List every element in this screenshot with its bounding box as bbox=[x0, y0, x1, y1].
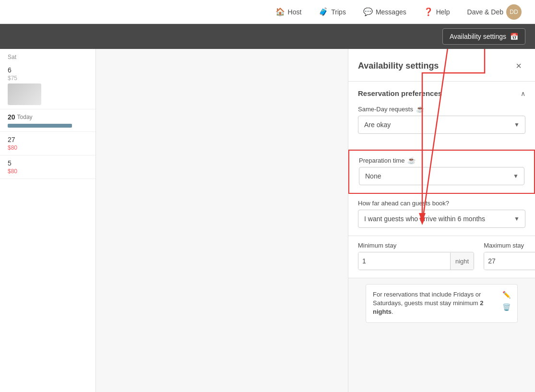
min-stay-unit: night bbox=[450, 253, 474, 270]
nav-items: 🏠 Host 🧳 Trips 💬 Messages ❓ Help Dave & … bbox=[272, 2, 525, 22]
top-navigation: 🏠 Host 🧳 Trips 💬 Messages ❓ Help Dave & … bbox=[0, 0, 535, 24]
day-number: 5 bbox=[8, 159, 88, 167]
availability-settings-button[interactable]: Availability settings 📅 bbox=[442, 28, 525, 45]
edit-icon[interactable]: ✏️ bbox=[502, 290, 511, 300]
prep-time-select-wrapper: None 1 night 2 nights ▼ bbox=[359, 167, 524, 185]
special-rule-actions: ✏️ 🗑️ bbox=[502, 290, 511, 312]
info-icon: ☕ bbox=[416, 105, 424, 113]
special-rule-card: For reservations that include Fridays or… bbox=[366, 284, 518, 323]
calendar-header: Sat bbox=[0, 49, 95, 62]
min-stay-field: Minimum stay night bbox=[358, 242, 474, 270]
help-icon: ❓ bbox=[424, 7, 433, 16]
day-price: $80 bbox=[8, 144, 88, 151]
availability-settings-label: Availability settings bbox=[450, 33, 506, 40]
nav-host[interactable]: 🏠 Host bbox=[272, 5, 306, 18]
panel-title: Availability settings bbox=[358, 61, 439, 71]
max-stay-input-group: nights bbox=[484, 252, 535, 270]
day-number: 6 bbox=[8, 66, 88, 74]
nav-messages-label: Messages bbox=[376, 8, 406, 16]
max-stay-label: Maximum stay bbox=[484, 242, 535, 249]
same-day-select-wrapper: Are okay Not okay ▼ bbox=[358, 116, 525, 134]
stay-fields-section: Minimum stay night Maximum stay nights bbox=[348, 236, 535, 278]
special-rule-text: For reservations that include Fridays or… bbox=[373, 290, 498, 317]
delete-icon[interactable]: 🗑️ bbox=[502, 303, 511, 312]
avatar-initials: DD bbox=[510, 9, 518, 15]
calendar-icon: 📅 bbox=[510, 33, 518, 40]
section-title: Reservation preferences bbox=[358, 89, 442, 97]
max-stay-input[interactable] bbox=[484, 252, 535, 270]
min-stay-input-group: night bbox=[358, 252, 474, 270]
calendar-day-27: 27 $80 bbox=[0, 132, 95, 155]
nav-user[interactable]: Dave & Deb DD bbox=[464, 2, 525, 22]
trips-icon: 🧳 bbox=[319, 7, 328, 16]
nav-user-label: Dave & Deb bbox=[467, 8, 503, 16]
book-ahead-select-wrapper: I want guests who arrive within 3 months… bbox=[358, 210, 525, 228]
book-ahead-section: How far ahead can guests book? I want gu… bbox=[348, 194, 535, 236]
min-stay-label: Minimum stay bbox=[358, 242, 474, 249]
book-ahead-select[interactable]: I want guests who arrive within 3 months… bbox=[358, 210, 525, 228]
today-label: Today bbox=[17, 114, 33, 120]
booking-bar bbox=[8, 124, 72, 128]
calendar-day-6: 6 $75 bbox=[0, 62, 95, 109]
home-icon: 🏠 bbox=[275, 7, 285, 16]
reservation-preferences-section: Reservation preferences ∧ Same-Day reque… bbox=[348, 82, 535, 150]
special-rule-text-before: For reservations that include Fridays or… bbox=[373, 291, 481, 307]
availability-panel: Availability settings × Reservation pref… bbox=[348, 49, 535, 392]
panel-header: Availability settings × bbox=[348, 49, 535, 82]
same-day-select[interactable]: Are okay Not okay bbox=[358, 116, 525, 134]
day-price: $75 bbox=[8, 75, 88, 82]
same-day-label: Same-Day requests ☕ bbox=[358, 105, 525, 113]
same-day-group: Same-Day requests ☕ Are okay Not okay ▼ bbox=[358, 105, 525, 134]
calendar-day-5: 5 $80 bbox=[0, 155, 95, 179]
book-ahead-label: How far ahead can guests book? bbox=[358, 200, 525, 207]
section-header[interactable]: Reservation preferences ∧ bbox=[348, 82, 535, 105]
day-price: $80 bbox=[8, 168, 88, 175]
max-stay-field: Maximum stay nights bbox=[484, 242, 535, 270]
prep-time-select[interactable]: None 1 night 2 nights bbox=[359, 167, 524, 185]
avatar: DD bbox=[506, 4, 522, 20]
nav-help-label: Help bbox=[436, 8, 450, 16]
calendar-column: Sat 6 $75 20 Today 27 $80 5 $80 bbox=[0, 49, 96, 392]
day-image bbox=[8, 83, 41, 105]
nav-help[interactable]: ❓ Help bbox=[420, 5, 454, 18]
nav-trips-label: Trips bbox=[331, 8, 346, 16]
nav-trips[interactable]: 🧳 Trips bbox=[315, 5, 350, 18]
close-button[interactable]: × bbox=[512, 59, 525, 73]
chevron-up-icon: ∧ bbox=[521, 90, 525, 97]
special-rule-text-after: . bbox=[392, 308, 393, 315]
calendar-day-20: 20 Today bbox=[0, 109, 95, 132]
messages-icon: 💬 bbox=[363, 7, 373, 16]
nav-messages[interactable]: 💬 Messages bbox=[359, 5, 410, 18]
prep-time-label: Preparation time ☕ bbox=[359, 156, 524, 164]
day-number: 27 bbox=[8, 136, 88, 143]
day-number: 20 bbox=[8, 113, 15, 121]
main-area: Sat 6 $75 20 Today 27 $80 5 $80 bbox=[0, 49, 535, 392]
prep-time-body: Preparation time ☕ None 1 night 2 nights… bbox=[349, 151, 534, 193]
special-rules-section: For reservations that include Fridays or… bbox=[348, 284, 535, 336]
sub-header: Availability settings 📅 bbox=[0, 24, 535, 49]
same-day-field-group: Same-Day requests ☕ Are okay Not okay ▼ bbox=[348, 105, 535, 149]
nav-host-label: Host bbox=[288, 8, 302, 16]
min-stay-input[interactable] bbox=[358, 252, 450, 270]
prep-time-section: Preparation time ☕ None 1 night 2 nights… bbox=[348, 150, 535, 194]
coffee-icon: ☕ bbox=[407, 156, 416, 164]
